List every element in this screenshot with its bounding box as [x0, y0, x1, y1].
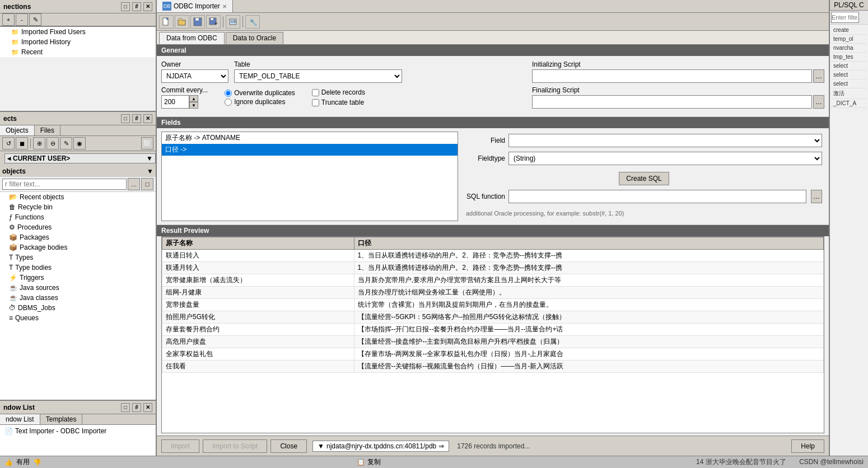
- filter-clear-btn[interactable]: □: [141, 178, 153, 190]
- tab-files[interactable]: Files: [35, 125, 60, 135]
- tab-data-from-odbc[interactable]: Data from ODBC: [159, 32, 225, 44]
- owner-select[interactable]: NJDATA: [161, 69, 228, 83]
- commit-down-btn[interactable]: ▼: [189, 102, 198, 109]
- right-item-temp-ol[interactable]: temp_ol: [831, 35, 867, 44]
- obj-item-queues[interactable]: ≡ Queues: [0, 313, 156, 323]
- field-select[interactable]: [508, 134, 822, 147]
- wl-tab-list[interactable]: ndow List: [0, 414, 40, 424]
- conn-add-btn[interactable]: +: [2, 13, 15, 26]
- objects-icon-2[interactable]: #: [132, 114, 141, 123]
- connections-icon-1[interactable]: □: [121, 2, 130, 11]
- tb-settings-btn[interactable]: 🔧: [245, 15, 260, 29]
- obj-item-java-sources[interactable]: ☕ Java sources: [0, 283, 156, 293]
- obj-tb-2[interactable]: ◼: [16, 137, 28, 149]
- obj-tb-expand[interactable]: ⬜: [141, 137, 153, 149]
- import-btn[interactable]: Import: [161, 439, 199, 453]
- right-item-select-2[interactable]: select: [831, 71, 867, 79]
- obj-item-recent[interactable]: 📂 Recent objects: [0, 192, 156, 202]
- obj-item-types[interactable]: T Types: [0, 252, 156, 263]
- filter-input[interactable]: [2, 179, 127, 190]
- thumb-up-icon[interactable]: 👍: [4, 458, 13, 466]
- right-panel: PL/SQL C create temp_ol nvarcha tmp_tes …: [829, 0, 868, 456]
- right-item-dict-a[interactable]: _DICT_A: [831, 99, 867, 108]
- delete-records-checkbox[interactable]: Delete records: [312, 88, 365, 96]
- tree-item-recent[interactable]: 📁 Recent: [0, 47, 156, 57]
- tab-data-to-oracle[interactable]: Data to Oracle: [226, 32, 283, 44]
- sql-func-menu-btn[interactable]: …: [811, 190, 822, 203]
- objects-icon-close[interactable]: ✕: [143, 114, 152, 123]
- truncate-table-checkbox[interactable]: Truncate table: [312, 99, 365, 106]
- final-script-menu-btn[interactable]: …: [813, 95, 824, 109]
- fieldtype-select[interactable]: (String): [508, 152, 822, 165]
- tab-close-btn[interactable]: ✕: [222, 3, 227, 10]
- field-item-atomname[interactable]: 原子名称 -> ATOMNAME: [162, 132, 458, 144]
- objects-icon-1[interactable]: □: [121, 114, 130, 123]
- obj-item-recycle[interactable]: 🗑 Recycle bin: [0, 202, 156, 212]
- close-btn[interactable]: Close: [270, 439, 307, 453]
- obj-item-dbms-jobs[interactable]: ⏱ DBMS_Jobs: [0, 303, 156, 313]
- truncate-table-input[interactable]: [312, 99, 319, 106]
- obj-item-type-bodies[interactable]: T Type bodies: [0, 263, 156, 273]
- obj-item-packages[interactable]: 📦 Packages: [0, 232, 156, 242]
- tb-save-btn[interactable]: [190, 15, 205, 29]
- delete-records-input[interactable]: [312, 89, 319, 96]
- schema-selector[interactable]: ◂ CURRENT USER> ▼: [4, 153, 156, 163]
- ignore-duplicates-radio[interactable]: Ignore duplicates: [225, 98, 295, 106]
- tb-new-btn[interactable]: [159, 15, 174, 29]
- overwrite-radio-input[interactable]: [225, 90, 232, 97]
- final-script-input[interactable]: [532, 95, 812, 109]
- filter-menu-btn[interactable]: …: [128, 178, 140, 190]
- right-filter-input[interactable]: [831, 12, 859, 23]
- help-btn[interactable]: Help: [791, 439, 824, 453]
- obj-tb-3[interactable]: ⊕: [33, 137, 45, 149]
- obj-tb-1[interactable]: ↺: [2, 137, 15, 149]
- tree-item-imported-history[interactable]: 📁 Imported History: [0, 37, 156, 47]
- connection-dropdown-icon[interactable]: ▼: [318, 442, 324, 450]
- table-select[interactable]: TEMP_OLD_TABLE: [234, 69, 402, 83]
- init-script-menu-btn[interactable]: …: [813, 69, 824, 83]
- commit-input[interactable]: [161, 95, 189, 109]
- obj-item-procedures[interactable]: ⚙ Procedures: [0, 222, 156, 232]
- obj-tb-5[interactable]: ✎: [60, 137, 72, 149]
- objects-section-dropdown[interactable]: ▼: [147, 167, 153, 175]
- tb-saveas-btn[interactable]: +: [206, 15, 221, 29]
- tb-open-btn[interactable]: [175, 15, 189, 29]
- wl-icon-2[interactable]: #: [132, 403, 141, 412]
- overwrite-duplicates-radio[interactable]: Overwrite duplicates: [225, 89, 295, 97]
- connections-icon-close[interactable]: ✕: [143, 2, 152, 11]
- right-item-create[interactable]: create: [831, 26, 867, 35]
- fields-section-body: 原子名称 -> ATOMNAME 口径 -> Field: [157, 128, 829, 225]
- obj-item-functions[interactable]: ƒ Functions: [0, 212, 156, 222]
- right-item-nvarcha[interactable]: nvarcha: [831, 44, 867, 53]
- sql-func-input[interactable]: [508, 190, 806, 203]
- commit-up-btn[interactable]: ▲: [189, 95, 198, 102]
- conn-remove-btn[interactable]: -: [16, 13, 28, 26]
- wl-icon-1[interactable]: □: [121, 403, 130, 412]
- objects-header-icons: □ # ✕: [121, 114, 152, 123]
- right-item-tmp-tes[interactable]: tmp_tes: [831, 53, 867, 62]
- tab-odbc-importer[interactable]: DB ODBC Importer ✕: [157, 0, 233, 12]
- create-sql-btn[interactable]: Create SQL: [619, 172, 669, 185]
- tb-import-settings-btn[interactable]: ⇨: [226, 15, 240, 29]
- obj-item-triggers[interactable]: ⚡ Triggers: [0, 273, 156, 283]
- field-item-path[interactable]: 口径 ->: [162, 144, 458, 156]
- wl-icon-close[interactable]: ✕: [143, 403, 152, 412]
- wl-tab-templates[interactable]: Templates: [40, 414, 83, 424]
- conn-edit-btn[interactable]: ✎: [29, 13, 41, 26]
- thumb-down-icon[interactable]: 👎: [33, 458, 41, 466]
- right-item-select-1[interactable]: select: [831, 62, 867, 71]
- init-script-input[interactable]: [532, 69, 812, 83]
- obj-item-java-classes[interactable]: ☕ Java classes: [0, 293, 156, 303]
- obj-item-package-bodies[interactable]: 📦 Package bodies: [0, 242, 156, 252]
- wl-item-text-importer[interactable]: 📄 Text Importer - ODBC Importer: [1, 426, 155, 436]
- import-to-script-btn[interactable]: Import to Script: [203, 439, 267, 453]
- copy-text: 复制: [367, 458, 381, 466]
- obj-tb-4[interactable]: ⊖: [46, 137, 59, 149]
- obj-tb-6[interactable]: ◉: [73, 137, 86, 149]
- tree-item-imported-fixed-users[interactable]: 📁 Imported Fixed Users: [0, 27, 156, 37]
- right-item-activate[interactable]: 激活: [831, 88, 867, 99]
- connections-icon-2[interactable]: #: [132, 2, 141, 11]
- tab-objects[interactable]: Objects: [0, 125, 35, 135]
- right-item-select-3[interactable]: select: [831, 79, 867, 88]
- ignore-radio-input[interactable]: [225, 99, 232, 106]
